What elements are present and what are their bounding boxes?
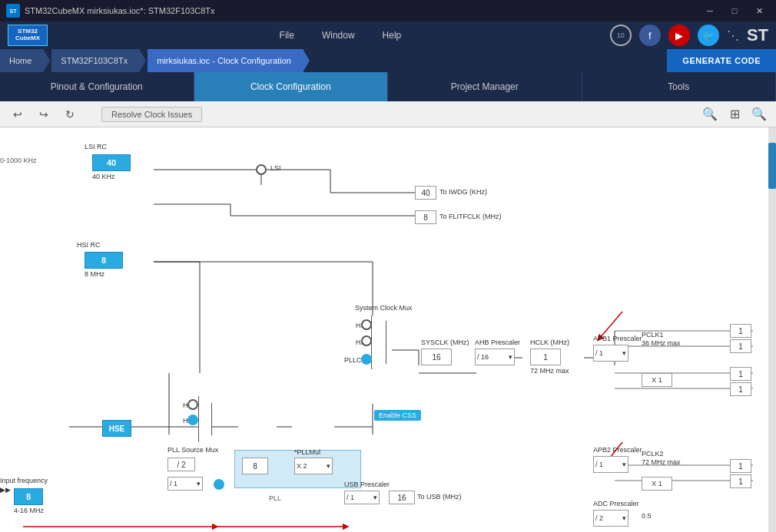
breadcrumb-bar: Home STM32F103C8Tx mirksiukas.ioc - Cloc… xyxy=(0,49,776,72)
hsi-mhz-label: 8 MHz xyxy=(85,270,104,278)
hsi-value-box[interactable]: 8 xyxy=(85,252,123,269)
pll-x2-select[interactable]: X 2 ▾ xyxy=(294,458,333,474)
apb2-prescaler-label: APB2 Prescaler xyxy=(593,446,642,454)
breadcrumb-chip[interactable]: STM32F103C8Tx xyxy=(51,49,140,72)
hse-box[interactable]: HSE xyxy=(102,420,131,437)
ahb-prescaler-label: AHB Prescaler xyxy=(475,339,520,346)
pll-bottom-label: PLL xyxy=(269,494,281,502)
zoom-fit-button[interactable]: ⊞ xyxy=(725,105,744,124)
twitter-icon[interactable]: 🐦 xyxy=(698,25,719,46)
enable-css-button[interactable]: Enable CSS xyxy=(374,410,421,421)
out-box-5[interactable]: 1 xyxy=(730,459,751,473)
title-text: STM32CubeMX mirksiukas.ioc*: STM32F103C8… xyxy=(25,6,699,15)
undo-button[interactable]: ↩ xyxy=(8,104,28,124)
out-box-1[interactable]: 1 xyxy=(730,324,751,338)
help-menu[interactable]: Help xyxy=(369,25,416,45)
ahb-prescaler-select[interactable]: / 16 ▾ xyxy=(475,349,515,365)
iwdg-label: To IWDG (KHz) xyxy=(439,188,487,196)
award-icon: 10 xyxy=(610,25,632,46)
lsi-khz-label: 40 KHz xyxy=(92,173,115,180)
network-icon[interactable]: ⋱ xyxy=(727,28,739,43)
tab-bar: Pinout & Configuration Clock Configurati… xyxy=(0,72,776,101)
redo-button[interactable]: ↪ xyxy=(34,104,54,124)
clock-diagram: LSI RC 40 40 KHz 0-1000 KHz LSI 40 To IW… xyxy=(0,127,768,532)
win-controls: ─ □ ✕ xyxy=(699,4,770,18)
title-bar: ST STM32CubeMX mirksiukas.ioc*: STM32F10… xyxy=(0,0,776,21)
pll-mux-out-circle[interactable] xyxy=(214,479,224,490)
menu-right: 10 f ▶ 🐦 ⋱ ST xyxy=(610,25,768,46)
div2-box[interactable]: / 2 xyxy=(167,458,195,471)
flit-val-box[interactable]: 8 xyxy=(415,210,436,224)
out-box-2[interactable]: 1 xyxy=(730,339,751,353)
breadcrumb-file[interactable]: mirksiukas.ioc - Clock Configuration xyxy=(148,49,303,72)
breadcrumb-home[interactable]: Home xyxy=(0,49,44,72)
generate-code-button[interactable]: GENERATE CODE xyxy=(667,49,776,72)
apb1-prescaler-label: APB1 Prescaler xyxy=(593,335,642,342)
hsi-mux-radio[interactable] xyxy=(361,319,372,330)
adc-val-label: 0.5 xyxy=(642,512,652,520)
youtube-icon[interactable]: ▶ xyxy=(668,25,690,46)
refresh-button[interactable]: ↻ xyxy=(60,104,80,124)
out-box-4[interactable]: 1 xyxy=(730,382,751,396)
system-clock-mux-shape xyxy=(371,316,386,369)
adc-prescaler-label: ADC Prescaler xyxy=(593,500,639,507)
adc-prescaler-select[interactable]: / 2 ▾ xyxy=(593,510,628,527)
minimize-button[interactable]: ─ xyxy=(699,4,721,18)
pclk1-max-label: 36 MHz max xyxy=(642,339,681,347)
scrollbar-thumb[interactable] xyxy=(768,143,776,189)
sysclk-label: SYSCLK (MHz) xyxy=(421,339,469,346)
pll-hse-radio[interactable] xyxy=(187,415,198,425)
vertical-scrollbar[interactable] xyxy=(768,127,776,532)
zoom-out-button[interactable]: 🔍 xyxy=(750,105,768,124)
out-box-3[interactable]: 1 xyxy=(730,367,751,381)
menu-items: File Window Help xyxy=(71,25,610,45)
input-freq-val-box[interactable]: 8 xyxy=(14,488,43,505)
maximize-button[interactable]: □ xyxy=(724,4,745,18)
pclk2-label: PCLK2 xyxy=(642,450,664,458)
menu-bar: STM32CubeMX File Window Help 10 f ▶ 🐦 ⋱ … xyxy=(0,21,776,49)
tab-pinout[interactable]: Pinout & Configuration xyxy=(0,72,194,101)
pllclk-mux-radio[interactable] xyxy=(361,354,372,365)
hclk-max-label: 72 MHz max xyxy=(530,367,569,375)
pll-source-mux-shape xyxy=(198,396,212,442)
flit-label: To FLITFCLK (MHz) xyxy=(439,213,502,220)
main-canvas: LSI RC 40 40 KHz 0-1000 KHz LSI 40 To IW… xyxy=(0,127,776,532)
app-logo: STM32CubeMX xyxy=(8,25,48,46)
zoom-in-button[interactable]: 🔍 xyxy=(701,105,719,124)
tab-tools[interactable]: Tools xyxy=(582,72,777,101)
file-menu[interactable]: File xyxy=(266,25,308,45)
facebook-icon[interactable]: f xyxy=(639,25,661,46)
tab-clock[interactable]: Clock Configuration xyxy=(194,72,389,101)
out-box-6[interactable]: 1 xyxy=(730,474,751,488)
lsi-out-label: LSI xyxy=(270,164,281,172)
freq-range-label: 0-1000 KHz xyxy=(0,157,37,164)
logo-area: STM32CubeMX xyxy=(8,25,48,46)
usb-val-box[interactable]: 16 xyxy=(389,491,415,504)
input-freq-label: Input frequency xyxy=(0,477,48,484)
resolve-clock-issues-button[interactable]: Resolve Clock Issues xyxy=(101,107,202,122)
hse-div1-select[interactable]: / 1 ▾ xyxy=(167,477,203,491)
hclk-val-box[interactable]: 1 xyxy=(530,349,561,365)
pclk2-max-label: 72 MHz max xyxy=(642,458,681,466)
sysclk-val-box[interactable]: 16 xyxy=(421,349,452,365)
lsi-value-box[interactable]: 40 xyxy=(92,154,131,171)
usb-label: To USB (MHz) xyxy=(417,493,462,501)
st-logo: ST xyxy=(747,25,768,45)
apb2-prescaler-select[interactable]: / 1 ▾ xyxy=(593,456,628,473)
usb-prescaler-label: USB Prescaler xyxy=(344,481,390,488)
apb1-x1-box: X 1 xyxy=(642,373,672,387)
tab-project-manager[interactable]: Project Manager xyxy=(388,72,582,101)
iwdg-val-box[interactable]: 40 xyxy=(415,186,436,200)
app-icon: ST xyxy=(6,4,20,18)
pll-hsi-radio[interactable] xyxy=(187,399,198,410)
lsi-rc-label: LSI RC xyxy=(85,143,107,150)
pll-mul-val-box[interactable]: 8 xyxy=(242,458,268,474)
apb2-x1-box: X 1 xyxy=(642,477,672,491)
close-button[interactable]: ✕ xyxy=(748,4,770,18)
pllmul-label: *PLLMul xyxy=(294,448,320,456)
lsi-mux-circle[interactable] xyxy=(256,164,267,175)
apb1-prescaler-select[interactable]: / 1 ▾ xyxy=(593,345,628,362)
usb-prescaler-select[interactable]: / 1 ▾ xyxy=(344,491,380,504)
hse-mux-radio[interactable] xyxy=(361,335,372,346)
window-menu[interactable]: Window xyxy=(308,25,369,45)
